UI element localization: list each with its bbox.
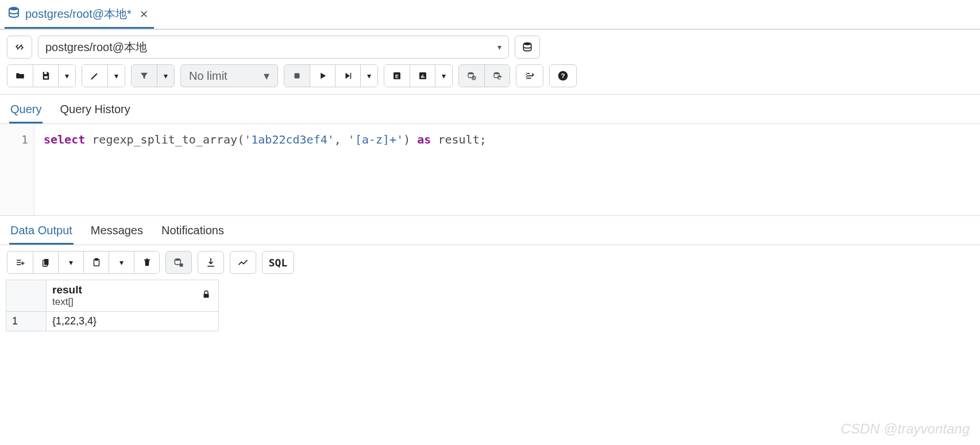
svg-rect-9 — [421, 76, 422, 78]
copy-row-dropdown[interactable]: ▾ — [58, 251, 83, 273]
connection-bar: postgres/root@本地 ▾ — [0, 30, 980, 64]
table-row[interactable]: 1 {1,22,3,4} — [6, 312, 219, 331]
svg-rect-2 — [44, 72, 47, 74]
rollback-button[interactable] — [484, 65, 510, 87]
view-sql-button[interactable]: SQL — [262, 251, 294, 274]
main-toolbar: ▾ ▾ ▾ No limit ▾ ▾ E ▾ — [0, 64, 980, 95]
lock-icon — [201, 289, 211, 303]
svg-point-12 — [468, 72, 473, 75]
explain-dropdown[interactable]: ▾ — [435, 65, 452, 87]
download-button[interactable] — [198, 251, 224, 274]
commit-button[interactable] — [459, 65, 484, 87]
copy-row-button[interactable] — [33, 251, 58, 273]
editor-gutter: 1 — [0, 124, 34, 215]
result-tabs: Data Output Messages Notifications — [0, 216, 980, 245]
line-number: 1 — [0, 131, 28, 148]
svg-rect-35 — [204, 294, 209, 298]
execute-button[interactable] — [310, 65, 335, 87]
edit-button[interactable] — [82, 65, 107, 87]
execute-script-button[interactable] — [335, 65, 360, 87]
top-tab-bar: postgres/root@本地* ✕ — [0, 0, 980, 30]
tab-messages[interactable]: Messages — [90, 222, 144, 245]
svg-text:3: 3 — [526, 76, 527, 80]
svg-text:?: ? — [561, 72, 565, 79]
tab-data-output[interactable]: Data Output — [9, 222, 74, 245]
filter-button[interactable] — [132, 65, 157, 87]
chevron-down-icon: ▾ — [264, 69, 269, 83]
svg-point-14 — [494, 72, 499, 75]
svg-point-0 — [9, 7, 18, 10]
tab-query-history[interactable]: Query History — [59, 100, 131, 123]
add-row-button[interactable] — [7, 251, 33, 273]
execute-group: ▾ — [284, 64, 378, 87]
row-number-cell: 1 — [6, 312, 47, 331]
paste-row-button[interactable] — [83, 251, 109, 273]
open-file-button[interactable] — [7, 65, 33, 87]
row-limit-select[interactable]: No limit ▾ — [180, 64, 278, 87]
help-button[interactable]: ? — [549, 64, 577, 87]
connection-select[interactable]: postgres/root@本地 ▾ — [38, 36, 509, 59]
tab-notifications[interactable]: Notifications — [160, 222, 225, 245]
stop-button[interactable] — [284, 65, 310, 87]
row-limit-label: No limit — [189, 69, 227, 83]
edit-dropdown[interactable]: ▾ — [107, 65, 125, 87]
svg-point-1 — [523, 42, 531, 45]
file-group: ▾ — [7, 64, 76, 87]
results-toolbar: ▾ ▾ SQL — [0, 245, 980, 280]
edit-group: ▾ — [82, 64, 125, 87]
svg-rect-5 — [350, 73, 351, 79]
graph-visualize-button[interactable] — [230, 251, 256, 274]
tab-query[interactable]: Query — [9, 100, 43, 123]
svg-rect-4 — [295, 73, 300, 79]
connection-select-value: postgres/root@本地 — [45, 40, 147, 55]
connection-tab[interactable]: postgres/root@本地* ✕ — [5, 2, 154, 29]
filter-group: ▾ — [131, 64, 175, 87]
editor-code[interactable]: select regexp_split_to_array('1ab22cd3ef… — [34, 124, 496, 215]
svg-rect-10 — [422, 75, 423, 78]
results-grid: result text[] 1 {1,22,3,4} — [6, 280, 219, 331]
editor-tabs: Query Query History — [0, 95, 980, 124]
connection-tab-label: postgres/root@本地* — [25, 6, 132, 22]
column-type: text[] — [52, 296, 213, 308]
transaction-group — [458, 64, 510, 87]
macros-button[interactable]: 123 — [516, 64, 543, 87]
delete-row-button[interactable] — [134, 251, 159, 273]
cell-value[interactable]: {1,22,3,4} — [47, 312, 219, 331]
svg-text:E: E — [395, 73, 399, 79]
explain-group: E ▾ — [384, 64, 453, 87]
paste-row-dropdown[interactable]: ▾ — [109, 251, 134, 273]
svg-rect-33 — [180, 264, 183, 267]
add-row-group: ▾ ▾ — [7, 251, 160, 274]
svg-rect-11 — [423, 77, 425, 78]
execute-dropdown[interactable]: ▾ — [360, 65, 377, 87]
save-file-button[interactable] — [33, 65, 58, 87]
row-number-header[interactable] — [6, 280, 47, 312]
explain-analyze-button[interactable] — [410, 65, 435, 87]
server-icon-button[interactable] — [515, 36, 540, 59]
svg-rect-31 — [95, 258, 98, 260]
connection-status-icon[interactable] — [7, 36, 32, 59]
close-tab-icon[interactable]: ✕ — [140, 8, 148, 21]
filter-dropdown[interactable]: ▾ — [157, 65, 174, 87]
svg-rect-3 — [44, 76, 48, 79]
explain-button[interactable]: E — [384, 65, 410, 87]
database-connection-icon — [7, 6, 21, 22]
svg-point-32 — [175, 258, 180, 261]
column-name: result — [52, 284, 213, 296]
save-file-dropdown[interactable]: ▾ — [58, 65, 75, 87]
column-header-result[interactable]: result text[] — [47, 280, 219, 312]
chevron-down-icon: ▾ — [497, 42, 501, 52]
save-data-button[interactable] — [165, 251, 192, 274]
query-editor[interactable]: 1 select regexp_split_to_array('1ab22cd3… — [0, 124, 980, 216]
watermark: CSDN @trayvontang — [841, 421, 970, 437]
